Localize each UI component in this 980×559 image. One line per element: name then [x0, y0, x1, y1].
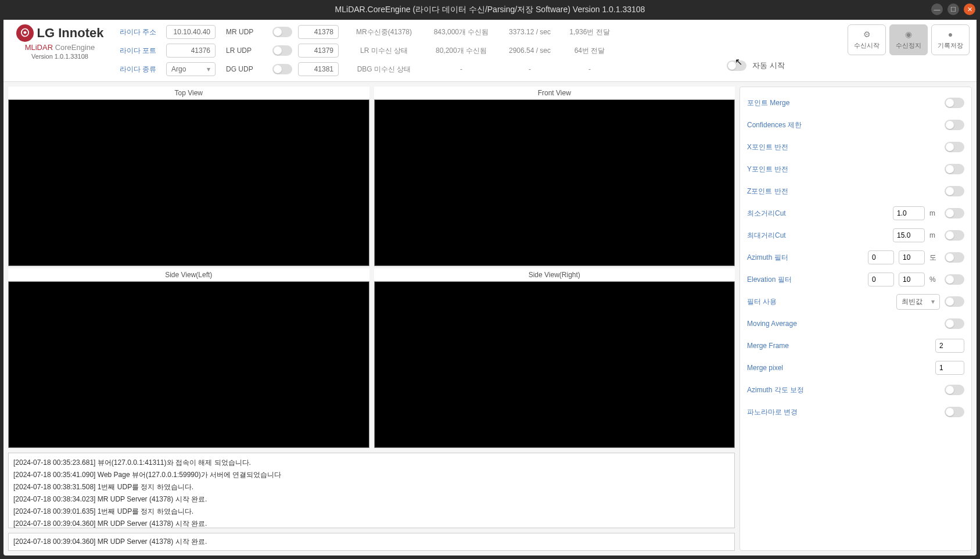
opt-max-cut: 최대거리Cut: [747, 231, 888, 241]
y-flip-toggle[interactable]: [945, 164, 964, 174]
opt-merge-frame: Merge Frame: [747, 342, 931, 350]
mr-status: MR수신중(41378): [356, 24, 412, 40]
azimuth-toggle[interactable]: [945, 252, 964, 263]
max-cut-input[interactable]: [893, 228, 925, 242]
opt-elevation-filter: Elevation 필터: [747, 275, 863, 285]
lr-rate: 2906.54 / sec: [509, 43, 551, 58]
window-title: MLiDAR.CoreEngine (라이다 데이터 수신/Parsing/저장…: [335, 5, 645, 15]
elevation-toggle[interactable]: [945, 274, 964, 285]
lr-recv: 80,200개 수신됨: [436, 43, 487, 58]
azimuth-corr-toggle[interactable]: [945, 385, 964, 395]
log-line: [2024-07-18 00:39:04.360] MR UDP Server …: [13, 518, 730, 528]
mr-recv: 843,000개 수신됨: [434, 24, 489, 40]
lr-status: LR 미수신 상태: [360, 43, 408, 58]
point-merge-toggle[interactable]: [945, 98, 964, 108]
side-panel: 포인트 Merge Confidences 제한 X포인트 반전 Y포인트 반전…: [740, 87, 972, 551]
maximize-button[interactable]: ☐: [947, 3, 959, 15]
min-cut-input[interactable]: [893, 206, 925, 220]
stop-icon: ◉: [905, 30, 912, 39]
opt-point-merge: 포인트 Merge: [747, 98, 940, 108]
version-text: Version 1.0.1.33108: [31, 53, 88, 60]
log-line: [2024-07-18 00:39:01.635] 1번째 UDP를 정지 하였…: [13, 506, 730, 518]
close-button[interactable]: ✕: [964, 3, 975, 15]
lr-udp-input[interactable]: [298, 44, 339, 58]
merge-frame-input[interactable]: [935, 339, 964, 353]
azimuth-a-input[interactable]: [868, 250, 894, 264]
front-view-title: Front View: [374, 87, 735, 99]
auto-start-label: 자동 시작: [752, 60, 785, 71]
filter-use-select[interactable]: 최빈값: [896, 294, 940, 310]
filter-use-toggle[interactable]: [945, 296, 964, 307]
lidar-addr-input[interactable]: [166, 25, 216, 39]
dg-udp-input[interactable]: [298, 62, 339, 76]
opt-merge-pixel: Merge pixel: [747, 364, 931, 372]
dg-udp-toggle[interactable]: [272, 64, 292, 74]
stop-button[interactable]: ◉ 수신정지: [889, 24, 928, 55]
dg-udp-label: DG UDP: [226, 65, 267, 73]
left-view-canvas[interactable]: [8, 281, 369, 448]
auto-start-toggle[interactable]: [727, 60, 746, 71]
save-button[interactable]: ● 기록저장: [931, 24, 970, 55]
lr-udp-toggle[interactable]: [272, 45, 292, 56]
right-view-canvas[interactable]: [374, 281, 735, 448]
play-icon: ⚙: [863, 30, 871, 39]
conf-limit-toggle[interactable]: [945, 120, 964, 130]
right-view-title: Side View(Right): [374, 268, 735, 281]
min-cut-unit: m: [929, 209, 940, 217]
azimuth-b-input[interactable]: [899, 250, 925, 264]
top-view-title: Top View: [8, 87, 369, 99]
mr-udp-input[interactable]: [298, 25, 339, 39]
merge-pixel-input[interactable]: [935, 361, 964, 375]
log-line: [2024-07-18 00:38:34.023] MR UDP Server …: [13, 493, 730, 506]
lidar-type-label: 라이다 종류: [120, 64, 160, 74]
mr-rate: 3373.12 / sec: [509, 24, 551, 40]
panorama-toggle[interactable]: [945, 407, 964, 417]
record-icon: ●: [948, 30, 953, 39]
opt-moving-avg: Moving Average: [747, 320, 940, 328]
minimize-button[interactable]: —: [931, 3, 943, 15]
lidar-port-label: 라이다 포트: [120, 46, 160, 56]
opt-filter-use: 필터 사용: [747, 297, 892, 307]
opt-panorama: 파노라마로 변경: [747, 407, 940, 417]
opt-y-flip: Y포인트 반전: [747, 164, 940, 174]
brand-text: LG Innotek: [37, 26, 104, 41]
logo-section: ⦿ LG Innotek MLiDAR CoreEngine Version 1…: [10, 24, 109, 60]
dbg-rate: -: [529, 62, 531, 77]
sub-brand: MLiDAR CoreEngine: [25, 43, 95, 52]
window-titlebar: MLiDAR.CoreEngine (라이다 데이터 수신/Parsing/저장…: [0, 0, 980, 20]
lg-logo-icon: ⦿: [16, 24, 34, 42]
start-button[interactable]: ⚙ 수신시작: [848, 24, 886, 55]
status-bar: [2024-07-18 00:39:04.360] MR UDP Server …: [8, 533, 735, 551]
mr-udp-toggle[interactable]: [272, 27, 292, 37]
log-line: [2024-07-18 00:35:41.090] Web Page 뷰어(12…: [13, 469, 730, 481]
lidar-addr-label: 라이다 주소: [120, 27, 160, 37]
mr-fwd: 1,936번 전달: [569, 24, 609, 40]
x-flip-toggle[interactable]: [945, 142, 964, 152]
dbg-fwd: -: [588, 62, 591, 77]
opt-conf-limit: Confidences 제한: [747, 120, 940, 130]
top-view-canvas[interactable]: [8, 99, 369, 266]
log-line: [2024-07-18 00:35:23.681] 뷰어(127.0.0.1:4…: [13, 457, 730, 469]
log-box[interactable]: [2024-07-18 00:35:23.681] 뷰어(127.0.0.1:4…: [8, 453, 735, 528]
opt-azimuth-corr: Azimuth 각도 보정: [747, 385, 940, 395]
lr-fwd: 64번 전달: [575, 43, 605, 58]
max-cut-toggle[interactable]: [945, 230, 964, 241]
opt-z-flip: Z포인트 반전: [747, 187, 940, 196]
lr-udp-label: LR UDP: [226, 46, 267, 55]
mr-udp-label: MR UDP: [226, 28, 267, 36]
front-view-canvas[interactable]: [374, 99, 735, 266]
azimuth-unit: 도: [929, 253, 940, 263]
dbg-recv: -: [460, 62, 462, 77]
dbg-status: DBG 미수신 상태: [357, 62, 411, 77]
lidar-port-input[interactable]: [166, 44, 216, 58]
elevation-unit: %: [929, 275, 940, 284]
elevation-a-input[interactable]: [868, 273, 894, 286]
elevation-b-input[interactable]: [899, 273, 925, 286]
max-cut-unit: m: [929, 231, 940, 239]
min-cut-toggle[interactable]: [945, 208, 964, 218]
toolbar: ⦿ LG Innotek MLiDAR CoreEngine Version 1…: [3, 20, 977, 82]
moving-avg-toggle[interactable]: [945, 318, 964, 329]
z-flip-toggle[interactable]: [945, 186, 964, 196]
lidar-type-select[interactable]: Argo: [166, 62, 216, 76]
opt-x-flip: X포인트 반전: [747, 142, 940, 152]
